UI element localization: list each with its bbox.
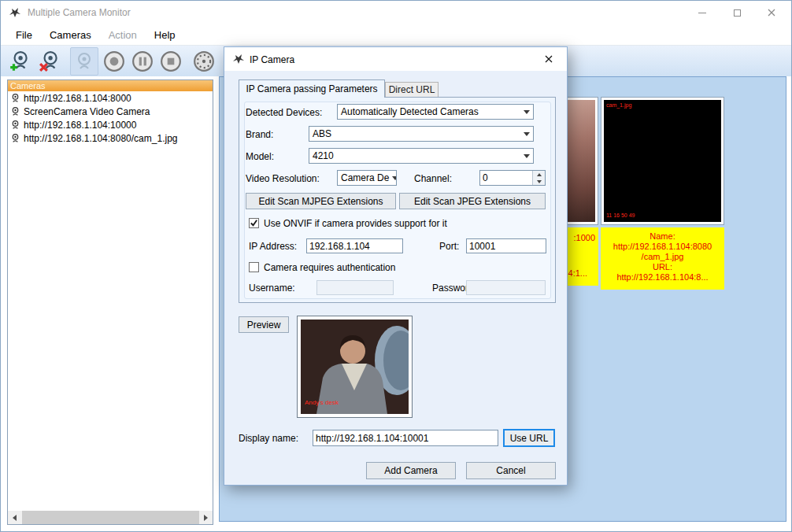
dial-icon: [193, 50, 215, 72]
detected-devices-select[interactable]: Automatically Detected Cameras: [337, 104, 534, 120]
brand-label: Brand:: [246, 129, 273, 140]
brand-value: ABS: [313, 128, 331, 139]
camera-list-item[interactable]: http://192.168.1.104:8080/cam_1.jpg: [8, 131, 213, 145]
maximize-button[interactable]: [720, 1, 753, 24]
webcam-icon: [10, 133, 20, 143]
auth-checkbox[interactable]: [249, 262, 259, 272]
video-resolution-value: Camera De: [341, 172, 389, 183]
channel-label: Channel:: [414, 173, 452, 184]
tab-ip-camera-parameters[interactable]: IP Camera passing Parameters: [239, 79, 385, 98]
scroll-left-icon: [13, 515, 17, 521]
chevron-down-icon: [392, 176, 397, 180]
camera-info-line: http://192.168.1.104:8...: [601, 272, 724, 283]
port-input[interactable]: [466, 238, 546, 253]
app-window: Multiple Camera Monitor File Cameras Act…: [0, 0, 792, 532]
arrow-down-icon: [537, 180, 542, 183]
ip-address-label: IP Address:: [249, 241, 297, 252]
preview-frame: Andy's desk: [297, 316, 413, 418]
menu-action: Action: [100, 26, 146, 44]
titlebar: Multiple Camera Monitor: [1, 1, 791, 24]
channel-input[interactable]: [480, 171, 532, 185]
delete-camera-icon: [39, 50, 61, 72]
dial-button[interactable]: [190, 47, 218, 76]
channel-stepper[interactable]: [479, 170, 546, 186]
menubar: File Cameras Action Help: [1, 24, 791, 45]
detected-devices-label: Detected Devices:: [246, 107, 322, 118]
checkmark-icon: [250, 219, 258, 227]
stepper-up-button[interactable]: [533, 171, 545, 178]
arrow-up-icon: [537, 173, 542, 176]
dialog-close-icon: [545, 55, 553, 63]
record-icon: [103, 50, 125, 72]
tab-direct-url[interactable]: Direct URL: [385, 82, 439, 98]
scroll-left-button[interactable]: [8, 511, 21, 524]
camera-disabled-icon: [74, 51, 94, 72]
menu-file[interactable]: File: [7, 26, 41, 44]
auth-label: Camera requires authentication: [264, 262, 395, 273]
onvif-checkbox[interactable]: [249, 218, 259, 228]
camera-info-fragment: 4:1...: [568, 268, 587, 279]
dialog-title: IP Camera: [250, 54, 294, 65]
model-select[interactable]: 4210: [309, 148, 534, 164]
stop-icon: [160, 50, 182, 72]
delete-camera-button[interactable]: [35, 47, 64, 76]
password-input: [466, 280, 546, 295]
scrollbar-thumb[interactable]: [22, 511, 200, 524]
camera-list-item[interactable]: ScreenCamera Video Camera: [8, 105, 213, 118]
edit-jpeg-extensions-button[interactable]: Edit Scan JPEG Extensions: [399, 193, 546, 209]
scroll-right-button[interactable]: [199, 511, 213, 524]
model-value: 4210: [313, 150, 334, 161]
close-button[interactable]: [755, 1, 788, 24]
chevron-down-icon: [524, 154, 530, 158]
camera-info-label-2[interactable]: Name: http://192.168.1.104:8080 /cam_1.j…: [601, 227, 724, 290]
onvif-label: Use ONVIF if camera provides support for…: [264, 218, 447, 229]
username-label: Username:: [249, 283, 295, 294]
scroll-right-icon: [204, 515, 208, 521]
menu-cameras[interactable]: Cameras: [41, 26, 100, 44]
camera-list-item-label: http://192.168.1.104:8000: [24, 93, 131, 104]
add-camera-button[interactable]: [6, 47, 34, 76]
camera-thumbnail-2[interactable]: cam_1.jpg 11 16 50 49: [601, 97, 724, 225]
edit-mjpeg-extensions-button[interactable]: Edit Scan MJPEG Extensions: [246, 193, 396, 209]
minimize-button[interactable]: [686, 1, 719, 24]
preview-button[interactable]: Preview: [239, 316, 289, 333]
port-label: Port:: [439, 241, 459, 252]
close-icon: [768, 9, 775, 17]
cancel-button[interactable]: Cancel: [466, 462, 556, 479]
add-camera-dialog-button[interactable]: Add Camera: [366, 462, 456, 479]
stop-button[interactable]: [157, 47, 185, 76]
dialog-close-button[interactable]: [531, 48, 566, 70]
video-resolution-label: Video Resolution:: [246, 173, 320, 184]
pause-button[interactable]: [128, 47, 157, 76]
preview-osd-text: Andy's desk: [305, 400, 339, 406]
horizontal-scrollbar[interactable]: [8, 511, 213, 524]
camera-info-line: http://192.168.1.104:8080: [601, 242, 724, 252]
camera-settings-button[interactable]: [70, 47, 98, 76]
use-url-button[interactable]: Use URL: [503, 429, 555, 447]
chevron-down-icon: [524, 132, 530, 136]
pause-icon: [131, 50, 154, 72]
stepper-buttons: [532, 171, 545, 185]
window-title: Multiple Camera Monitor: [28, 7, 131, 18]
webcam-icon: [10, 120, 20, 130]
camera-list-item-label: ScreenCamera Video Camera: [24, 106, 150, 117]
camera-list-item-label: http://192.168.1.104:10000: [24, 120, 136, 131]
camera-thumbnail-2-image: cam_1.jpg 11 16 50 49: [604, 100, 721, 222]
brand-select[interactable]: ABS: [309, 126, 534, 142]
stepper-down-button[interactable]: [533, 178, 545, 185]
camera-list-item[interactable]: http://192.168.1.104:10000: [8, 118, 213, 131]
camera-info-line: URL:: [601, 262, 724, 272]
ip-address-input[interactable]: [306, 238, 403, 253]
maximize-icon: [734, 9, 741, 17]
detected-devices-value: Automatically Detected Cameras: [341, 106, 479, 117]
camera-osd-text: cam_1.jpg: [606, 102, 631, 109]
camera-list-item[interactable]: http://192.168.1.104:8000: [8, 91, 213, 105]
webcam-icon: [10, 106, 20, 116]
display-name-label: Display name:: [239, 433, 298, 444]
app-logo-icon: [9, 6, 21, 19]
camera-list-item-label: http://192.168.1.104:8080/cam_1.jpg: [24, 133, 178, 144]
record-button[interactable]: [100, 47, 128, 76]
display-name-input[interactable]: [313, 430, 498, 446]
menu-help[interactable]: Help: [146, 26, 184, 44]
video-resolution-select[interactable]: Camera De: [337, 170, 397, 186]
